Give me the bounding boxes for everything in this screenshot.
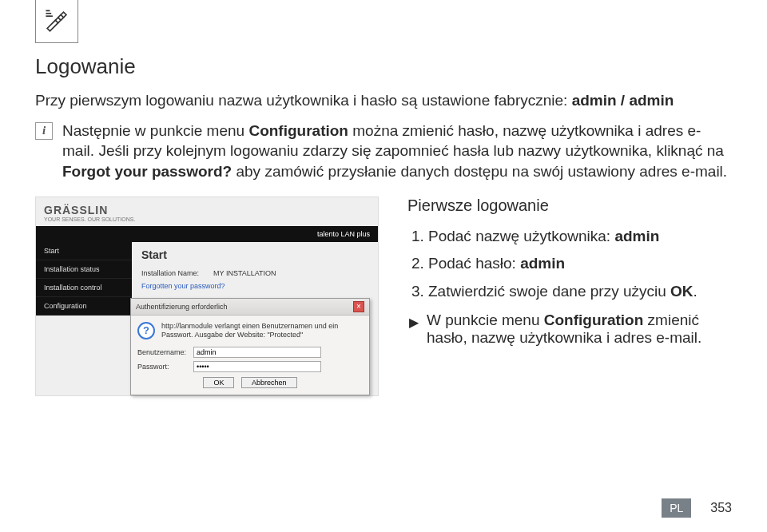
- step-2: Podać hasło: admin: [428, 253, 732, 275]
- note-b: Configuration: [544, 312, 644, 328]
- note-text: W punkcie menu Configuration zmienić has…: [427, 312, 732, 347]
- dialog-message: http://lanmodule verlangt einen Benutzer…: [161, 322, 363, 340]
- arrow-icon: ▶: [409, 315, 419, 330]
- right-column: Pierwsze logowanie Podać nazwę użytkowni…: [407, 197, 732, 396]
- info-seg-b: Configuration: [248, 122, 348, 139]
- auth-dialog: Authentifizierung erforderlich × ? http:…: [130, 298, 370, 395]
- dialog-title: Authentifizierung erforderlich: [136, 303, 228, 311]
- info-text: Następnie w punkcie menu Configuration m…: [62, 121, 732, 182]
- footer: PL 353: [662, 498, 732, 518]
- brand-logo: GRÄSSLIN: [44, 204, 108, 216]
- step3-bold: OK: [670, 283, 693, 300]
- panel-heading: Start: [141, 248, 368, 261]
- step2-bold: admin: [520, 255, 565, 272]
- language-badge: PL: [662, 498, 691, 518]
- step3-text: Zatwierdzić swoje dane przy użyciu: [428, 283, 670, 300]
- step2-text: Podać hasło:: [428, 255, 520, 272]
- info-seg-d: Forgot your password?: [62, 163, 232, 180]
- forgot-password-link[interactable]: Forgotten your password?: [141, 282, 368, 290]
- sidebar-item-status[interactable]: Installation status: [36, 260, 132, 279]
- dialog-titlebar: Authentifizierung erforderlich ×: [131, 299, 369, 316]
- info-seg-e: aby zamówić przysłanie danych dostępu na…: [232, 163, 727, 180]
- intro-text: Przy pierwszym logowaniu nazwa użytkowni…: [35, 92, 572, 109]
- intro-line: Przy pierwszym logowaniu nazwa użytkowni…: [35, 90, 732, 111]
- sidebar-item-control[interactable]: Installation control: [36, 279, 132, 297]
- note-a: W punkcie menu: [427, 312, 544, 328]
- page-number: 353: [710, 501, 732, 515]
- step3-dot: .: [693, 283, 697, 300]
- note-row: ▶ W punkcie menu Configuration zmienić h…: [407, 312, 732, 347]
- embedded-screenshot: GRÄSSLIN YOUR SENSES. OUR SOLUTIONS. tal…: [35, 197, 379, 396]
- hand-icon: [35, 0, 78, 43]
- step1-text: Podać nazwę użytkownika:: [428, 228, 614, 244]
- lower-row: GRÄSSLIN YOUR SENSES. OUR SOLUTIONS. tal…: [35, 197, 732, 396]
- question-icon: ?: [137, 322, 155, 339]
- nav-sidebar: Start Installation status Installation c…: [36, 242, 132, 316]
- product-name: talento LAN plus: [317, 230, 370, 238]
- sidebar-item-config[interactable]: Configuration: [36, 297, 132, 316]
- password-input[interactable]: [193, 361, 321, 372]
- main-panel: Start Installation Name: MY INSTALLATION…: [132, 242, 378, 296]
- steps-list: Podać nazwę użytkownika: admin Podać has…: [407, 226, 732, 303]
- intro-credentials: admin / admin: [572, 92, 674, 109]
- info-icon: i: [35, 122, 53, 140]
- cancel-button[interactable]: Abbrechen: [241, 377, 297, 388]
- ok-button[interactable]: OK: [203, 377, 234, 388]
- username-input[interactable]: [193, 347, 321, 358]
- info-seg-a: Następnie w punkcie menu: [62, 122, 248, 139]
- installation-value: MY INSTALLATION: [213, 269, 276, 277]
- step-1: Podać nazwę użytkownika: admin: [428, 226, 732, 248]
- username-label: Benutzername:: [137, 348, 189, 356]
- step1-bold: admin: [614, 228, 659, 244]
- step-3: Zatwierdzić swoje dane przy użyciu OK.: [428, 281, 732, 303]
- page-title: Logowanie: [35, 54, 732, 79]
- installation-label: Installation Name:: [141, 269, 199, 277]
- right-heading: Pierwsze logowanie: [407, 197, 732, 215]
- password-label: Passwort:: [137, 363, 189, 371]
- close-icon[interactable]: ×: [353, 301, 364, 312]
- info-block: i Następnie w punkcie menu Configuration…: [35, 121, 732, 182]
- document-page: Logowanie Przy pierwszym logowaniu nazwa…: [0, 0, 767, 532]
- brand-tagline: YOUR SENSES. OUR SOLUTIONS.: [44, 216, 135, 222]
- sidebar-item-start[interactable]: Start: [36, 242, 132, 260]
- product-bar: talento LAN plus: [36, 226, 378, 242]
